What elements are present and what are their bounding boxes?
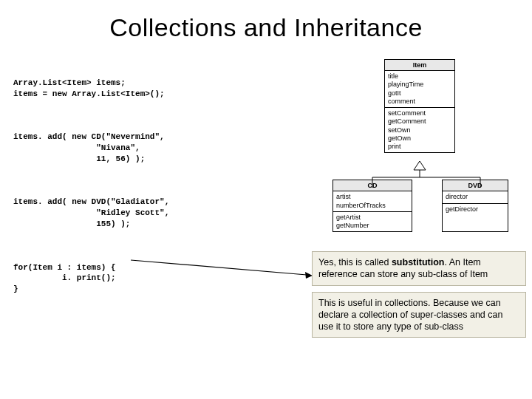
uml-dvd-name: DVD bbox=[443, 180, 508, 191]
uml-dvd-ops: getDirector bbox=[443, 204, 508, 215]
code-block-add-dvd: items. add( new DVD("Gladiator", "Ridley… bbox=[13, 197, 265, 230]
uml-dvd-attrs: director bbox=[443, 191, 508, 203]
uml-class-dvd: DVD director getDirector bbox=[442, 180, 508, 232]
uml-cd-attrs: artist numberOfTracks bbox=[333, 191, 412, 212]
uml-diagram: Item title playingTime gotIt comment set… bbox=[332, 59, 525, 236]
uml-class-item: Item title playingTime gotIt comment set… bbox=[384, 59, 455, 153]
uml-item-attrs: title playingTime gotIt comment bbox=[385, 71, 454, 108]
note1-part-a: Yes, this is called bbox=[318, 257, 392, 267]
code-block-for: for(Item i : items) { i. print(); } bbox=[13, 262, 265, 296]
svg-marker-0 bbox=[414, 161, 426, 170]
uml-cd-ops: getArtist getNumber bbox=[333, 212, 412, 232]
uml-children-row: CD artist numberOfTracks getArtist getNu… bbox=[332, 180, 525, 232]
uml-class-cd: CD artist numberOfTracks getArtist getNu… bbox=[332, 180, 412, 232]
code-column: Array.List<Item> items; items = new Arra… bbox=[13, 55, 265, 327]
note-substitution: Yes, this is called substitution. An Ite… bbox=[312, 251, 526, 286]
slide-title: Collections and Inheritance bbox=[0, 13, 532, 42]
uml-cd-name: CD bbox=[333, 180, 412, 191]
note-collections: This is useful in collections. Because w… bbox=[312, 292, 526, 338]
note1-bold: substitution bbox=[392, 257, 445, 267]
notes-column: Yes, this is called substitution. An Ite… bbox=[312, 251, 526, 344]
code-block-declare: Array.List<Item> items; items = new Arra… bbox=[13, 78, 265, 100]
code-block-add-cd: items. add( new CD("Nevermind", "Nivana"… bbox=[13, 132, 265, 165]
uml-item-name: Item bbox=[385, 60, 454, 71]
uml-item-ops: setComment getComment setOwn getOwn prin… bbox=[385, 108, 454, 152]
